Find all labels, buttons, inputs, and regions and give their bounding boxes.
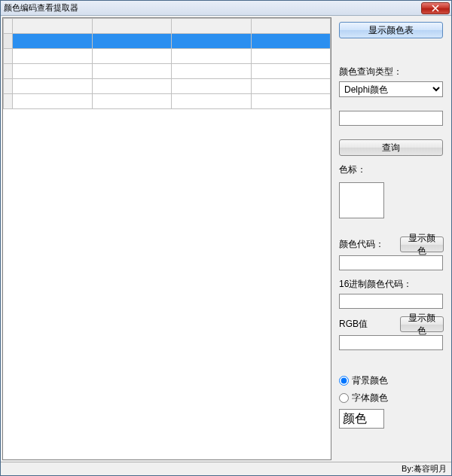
rgb-value-label: RGB值	[339, 318, 397, 331]
color-code-input[interactable]	[339, 255, 443, 270]
table-row[interactable]	[4, 64, 331, 79]
bg-color-radio[interactable]	[339, 376, 349, 386]
bg-color-radio-label: 背景颜色	[352, 374, 388, 387]
color-display-box: 颜色	[339, 409, 384, 429]
hex-code-label: 16进制颜色代码：	[339, 278, 444, 291]
show-color-button-1[interactable]: 显示颜色	[400, 236, 444, 252]
grid-corner-cell	[4, 19, 13, 34]
font-color-radio[interactable]	[339, 393, 349, 403]
row-header	[4, 34, 13, 49]
query-button[interactable]: 查询	[339, 139, 443, 156]
grid-header-cell[interactable]	[92, 19, 172, 34]
table-row[interactable]	[4, 79, 331, 94]
grid-header-row	[4, 19, 331, 34]
rgb-value-input[interactable]	[339, 335, 443, 350]
credit-text: By:蓦容明月	[402, 463, 447, 474]
grid-header-cell[interactable]	[251, 19, 331, 34]
row-header	[4, 64, 13, 79]
table-row[interactable]	[4, 49, 331, 64]
table-row[interactable]	[4, 94, 331, 109]
right-pane: 显示颜色表 颜色查询类型： Delphi颜色 查询 色标： 颜色代码： 显示颜色…	[333, 17, 450, 460]
row-header	[4, 94, 13, 109]
show-color-button-2[interactable]: 显示颜色	[400, 316, 444, 332]
color-grid-wrap	[3, 18, 331, 459]
font-color-radio-row[interactable]: 字体颜色	[339, 392, 444, 404]
color-grid[interactable]	[3, 18, 331, 109]
query-type-label: 颜色查询类型：	[339, 66, 444, 78]
table-row[interactable]	[4, 34, 331, 49]
bg-color-radio-row[interactable]: 背景颜色	[339, 374, 444, 387]
show-color-table-button[interactable]: 显示颜色表	[339, 22, 443, 38]
query-text-input[interactable]	[339, 111, 443, 126]
color-swatch	[339, 182, 384, 218]
query-type-select[interactable]: Delphi颜色	[339, 81, 443, 97]
window-body: 显示颜色表 颜色查询类型： Delphi颜色 查询 色标： 颜色代码： 显示颜色…	[1, 16, 451, 462]
left-pane	[2, 17, 331, 460]
row-header	[4, 79, 13, 94]
font-color-radio-label: 字体颜色	[352, 392, 388, 404]
app-window: 颜色编码查看提取器	[0, 0, 452, 476]
close-button[interactable]	[421, 2, 450, 14]
grid-header-cell[interactable]	[172, 19, 252, 34]
window-title: 颜色编码查看提取器	[4, 2, 421, 14]
close-icon	[432, 5, 439, 12]
row-header	[4, 49, 13, 64]
status-bar: By:蓦容明月	[1, 462, 451, 475]
titlebar: 颜色编码查看提取器	[1, 1, 451, 16]
hex-code-input[interactable]	[339, 294, 443, 309]
grid-header-cell[interactable]	[13, 19, 93, 34]
color-code-label: 颜色代码：	[339, 238, 397, 251]
swatch-label: 色标：	[339, 163, 444, 176]
